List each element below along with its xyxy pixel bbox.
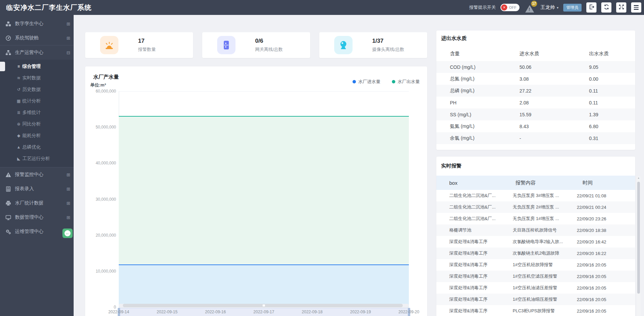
alarm-content: 次氯酸钠电导率2输入故... bbox=[513, 239, 563, 245]
outflow-value: 0.11 bbox=[589, 100, 598, 105]
outflow-value: 6.80 bbox=[589, 124, 598, 129]
alarm-box: 深度处理&消毒工序 bbox=[449, 296, 488, 302]
alarm-row: 深度处理&消毒工序1#空压机空滤压差报警22/09/16 20:05 bbox=[436, 271, 635, 282]
sidebar-item-1[interactable]: 系统驾驶舱⊞ bbox=[0, 31, 74, 45]
sidebar-subitem-4[interactable]: ≣多维统计 bbox=[0, 107, 74, 118]
alarm-row: 深度处理&消毒工序次氯酸钠主机2电源故障22/09/20 16:22 bbox=[436, 248, 635, 259]
sidebar-subitem-2[interactable]: ↺历史数据 bbox=[0, 84, 74, 95]
alarm-row: 二组生化池二沉池&厂...无负压泵房 2#增压泵 ...22/09/21 00:… bbox=[436, 201, 635, 213]
chevron-down-icon: ▾ bbox=[557, 6, 558, 9]
alarm-time: 22/09/16 20:05 bbox=[577, 297, 606, 302]
subitem-icon: ◆ bbox=[16, 133, 21, 138]
param-name: 余氯 (mg/L) bbox=[450, 135, 474, 141]
notification-badge: 17 bbox=[531, 1, 537, 7]
subitem-label: 统计分析 bbox=[22, 98, 41, 104]
alarm-time: 22/09/20 16:22 bbox=[577, 251, 606, 256]
subitem-icon: ▲ bbox=[16, 145, 21, 150]
hscroll-handle-dot[interactable] bbox=[263, 304, 265, 307]
water-quality-card: 进出水水质 含量 进水水质 出水水质 COD (mg/L)50.069.05总氮… bbox=[436, 31, 635, 150]
y-axis-tick-label: 60,000,000 bbox=[86, 89, 116, 94]
sidebar-item-5[interactable]: 水厂统计数据⊞ bbox=[0, 196, 74, 210]
alarm-content: 无负压泵房 2#增压泵 ... bbox=[513, 204, 559, 210]
alarm-time: 22/09/21 00:24 bbox=[577, 205, 606, 210]
water-quality-row: PH2.080.11 bbox=[436, 97, 635, 108]
alarm-row: 深度处理&消毒工序1#空压机轻故障报警22/09/16 20:05 bbox=[436, 259, 635, 271]
alarm-time: 22/09/16 20:05 bbox=[577, 274, 606, 279]
subitem-icon: ▦ bbox=[16, 99, 21, 103]
column-header: 出水水质 bbox=[589, 51, 609, 57]
stat-card-2: 1/37摄像头离线/总数 bbox=[319, 32, 427, 58]
sidebar-item-label: 生产运营中心 bbox=[15, 50, 43, 56]
alarm-row: 深度处理&消毒工序PLC3柜UPS故障报警22/09/16 20:05 bbox=[436, 305, 635, 316]
sidebar-collapse-button[interactable]: ← bbox=[62, 229, 73, 238]
refresh-button[interactable] bbox=[601, 2, 611, 13]
chart-plot-area: 010,000,00020,000,00030,000,00040,000,00… bbox=[85, 66, 427, 316]
stat-value: 1/37 bbox=[372, 38, 404, 44]
sidebar-subitem-1[interactable]: ≋实时数据 bbox=[0, 72, 74, 84]
sidebar-item-label: 报警监控中心 bbox=[15, 172, 43, 178]
inflow-value: 27.22 bbox=[519, 88, 531, 94]
fullscreen-button[interactable] bbox=[616, 2, 626, 13]
sidebar-subitem-6[interactable]: ◆能耗分析 bbox=[0, 130, 74, 141]
camera-icon bbox=[334, 36, 353, 54]
alarm-time: 22/09/21 01:08 bbox=[577, 193, 606, 198]
alarm-row: 深度处理&消毒工序1#空压机油滤压差报警22/09/16 20:05 bbox=[436, 282, 635, 294]
alarm-box: 二组生化池二沉池&厂... bbox=[449, 193, 496, 199]
column-header: box bbox=[449, 180, 457, 186]
water-quality-table-header: 含量 进水水质 出水水质 bbox=[436, 48, 635, 59]
sidebar-item-6[interactable]: 数据管理中心⊞ bbox=[0, 210, 74, 224]
logout-button[interactable] bbox=[586, 2, 596, 13]
sidebar-subitem-0[interactable]: ≡综合管理 bbox=[0, 61, 74, 72]
sidebar-item-label: 数字孪生中心 bbox=[15, 21, 43, 27]
expand-icon[interactable]: ⊟ bbox=[67, 50, 70, 55]
alarm-box: 深度处理&消毒工序 bbox=[449, 262, 488, 268]
subitem-label: 总磷优化 bbox=[22, 144, 41, 150]
sitemap-icon bbox=[5, 50, 12, 56]
series-line-1 bbox=[119, 116, 409, 117]
subitem-label: 历史数据 bbox=[22, 86, 41, 93]
stat-value: 0/6 bbox=[255, 38, 283, 44]
param-name: SS (mg/L) bbox=[450, 112, 471, 117]
expand-icon[interactable]: ⊞ bbox=[67, 201, 70, 206]
sidebar-subitem-8[interactable]: ◣工艺运行分析 bbox=[0, 153, 74, 164]
outflow-value: 1.39 bbox=[589, 112, 598, 117]
alarm-toggle-switch[interactable]: × OFF bbox=[500, 4, 519, 11]
y-axis-tick-label: 10,000,000 bbox=[86, 269, 116, 274]
outflow-value: 0.11 bbox=[589, 88, 598, 94]
user-name[interactable]: 王龙帅 bbox=[541, 4, 555, 11]
water-quality-row: 总氮 (mg/L)3.080.00 bbox=[436, 73, 635, 85]
inflow-value: - bbox=[519, 136, 521, 141]
menu-button[interactable] bbox=[631, 2, 641, 13]
alarm-time: 22/09/16 20:05 bbox=[577, 262, 606, 268]
scrollbar-up-arrow-icon[interactable]: ▲ bbox=[637, 177, 640, 179]
sidebar-subitem-3[interactable]: ▦统计分析 bbox=[0, 95, 74, 107]
alarm-content: 1#空压机轻故障报警 bbox=[513, 262, 553, 268]
expand-icon[interactable]: ⊞ bbox=[67, 215, 70, 220]
sidebar-subitem-5[interactable]: ⊕同比分析 bbox=[0, 118, 74, 130]
user-avatar[interactable]: 17 bbox=[524, 1, 536, 14]
expand-icon[interactable]: ⊞ bbox=[67, 36, 70, 41]
alarm-content: 无负压泵房 3#增压泵 ... bbox=[513, 193, 559, 199]
alarm-time: 22/09/20 23:26 bbox=[577, 216, 606, 221]
alarm-row: 二组生化池二沉池&厂...无负压泵房 3#增压泵 ...22/09/21 01:… bbox=[436, 190, 635, 201]
sidebar-item-2[interactable]: 生产运营中心⊟ bbox=[0, 45, 74, 60]
gridline bbox=[119, 307, 409, 308]
water-quality-row: 余氯 (mg/L)-0.31 bbox=[436, 132, 635, 144]
warning-icon bbox=[5, 172, 12, 178]
y-axis-tick-label: 30,000,000 bbox=[86, 197, 116, 202]
arrow-left-circle-icon: ← bbox=[64, 230, 71, 236]
alarm-scrollbar-thumb[interactable] bbox=[637, 182, 640, 294]
alarm-switch-label: 报警提示开关 bbox=[469, 4, 496, 11]
x-axis-tick-label: 2022-09-18 bbox=[290, 310, 334, 314]
alarm-title: 实时报警 bbox=[441, 163, 461, 169]
sidebar-subitem-7[interactable]: ▲总磷优化 bbox=[0, 141, 74, 153]
alarm-time: 22/09/20 16:42 bbox=[577, 239, 606, 244]
sidebar-item-4[interactable]: 报表录入⊞ bbox=[0, 182, 74, 196]
expand-icon[interactable]: ⊞ bbox=[67, 172, 70, 177]
sidebar-item-0[interactable]: 数字孪生中心⊞ bbox=[0, 17, 74, 31]
expand-icon[interactable]: ⊞ bbox=[67, 21, 70, 26]
alarm-box: 深度处理&消毒工序 bbox=[449, 250, 488, 256]
column-header: 进水水质 bbox=[519, 51, 539, 57]
sidebar-item-3[interactable]: 报警监控中心⊞ bbox=[0, 167, 74, 182]
expand-icon[interactable]: ⊞ bbox=[67, 186, 70, 192]
